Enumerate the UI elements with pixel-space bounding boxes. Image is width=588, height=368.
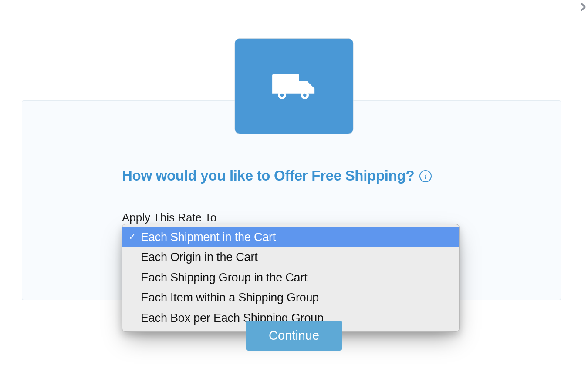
option-label: Each Shipment in the Cart: [141, 231, 276, 244]
apply-rate-option-1[interactable]: ✓ Each Origin in the Cart: [122, 247, 459, 267]
truck-icon: [270, 69, 318, 104]
option-label: Each Shipping Group in the Cart: [141, 271, 308, 284]
apply-rate-dropdown[interactable]: ✓ Each Shipment in the Cart ✓ Each Origi…: [122, 224, 460, 332]
apply-rate-option-0[interactable]: ✓ Each Shipment in the Cart: [122, 227, 459, 247]
option-label: Each Item within a Shipping Group: [141, 291, 319, 304]
check-icon: ✓: [128, 231, 136, 243]
next-arrow[interactable]: [576, 0, 588, 14]
wizard-heading: How would you like to Offer Free Shippin…: [122, 167, 414, 184]
chevron-right-icon: [578, 0, 588, 14]
option-label: Each Origin in the Cart: [141, 251, 258, 264]
info-icon[interactable]: i: [419, 170, 432, 182]
apply-rate-option-2[interactable]: ✓ Each Shipping Group in the Cart: [122, 268, 459, 288]
shipping-icon-tile: [235, 38, 354, 134]
wizard-content: How would you like to Offer Free Shippin…: [122, 167, 466, 224]
apply-rate-option-3[interactable]: ✓ Each Item within a Shipping Group: [122, 288, 459, 308]
svg-point-3: [303, 94, 306, 97]
heading-row: How would you like to Offer Free Shippin…: [122, 167, 466, 184]
apply-rate-label: Apply This Rate To: [122, 211, 466, 224]
continue-button[interactable]: Continue: [246, 321, 342, 351]
svg-point-1: [280, 94, 283, 97]
